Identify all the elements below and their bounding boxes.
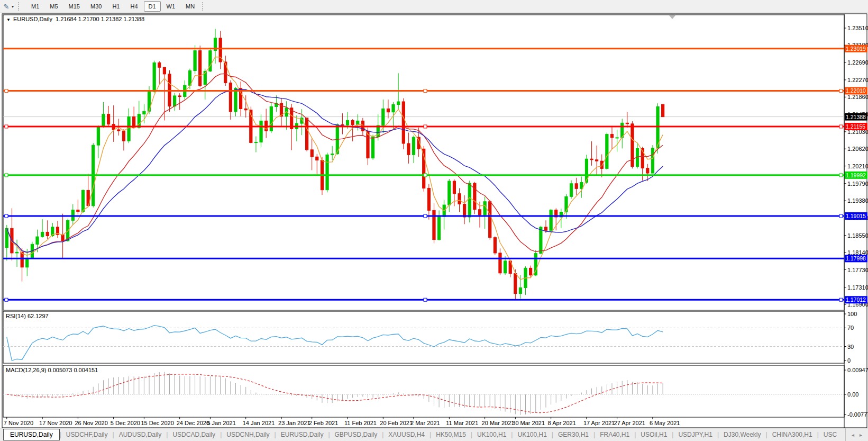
candle-body xyxy=(15,252,18,253)
candle-body xyxy=(229,83,232,111)
candle-body xyxy=(550,210,552,231)
price-axis-tick-label: 1.20210 xyxy=(847,163,868,169)
macd-indicator-label: MACD(12,26,9) 0.005073 0.004151 xyxy=(6,367,98,373)
candle-body xyxy=(473,183,476,210)
chart-tab-uk100-h1[interactable]: UK100,H1 xyxy=(513,429,551,440)
candle-body xyxy=(478,210,481,215)
chart-tab-xauusd-h4[interactable]: XAUUSD,H4 xyxy=(383,429,430,440)
macd-axis-label: 0.00 xyxy=(847,391,858,398)
date-axis-label: 23 Jan 2021 xyxy=(278,420,310,426)
candle-body xyxy=(36,237,39,244)
candle-body xyxy=(305,118,308,150)
candle-body xyxy=(102,114,105,127)
candle-body xyxy=(610,134,613,138)
candle-body xyxy=(158,63,161,68)
macd-axis-label: 0.009478 xyxy=(847,367,868,373)
candle-body xyxy=(448,181,451,205)
candle-body xyxy=(570,184,572,196)
candle-body xyxy=(188,71,191,86)
chart-tab-dj30-weekly[interactable]: DJ30,Weekly xyxy=(719,429,765,440)
collapse-triangle-icon[interactable]: ▼ xyxy=(6,17,11,22)
level-line-handle[interactable] xyxy=(839,214,843,218)
chart-symbol-label: EURUSD,Daily xyxy=(13,16,52,22)
chart-tab-usc[interactable]: USC xyxy=(819,429,842,440)
level-line-handle[interactable] xyxy=(5,89,8,92)
level-line-handle[interactable] xyxy=(839,89,843,92)
chart-tab-hk50-m15[interactable]: HK50,M15 xyxy=(431,429,471,440)
candle-body xyxy=(173,96,176,106)
candle-body xyxy=(153,63,156,92)
price-axis-tick-label: 1.22270 xyxy=(847,77,868,83)
chart-tab-usoil-h1[interactable]: USOil,H1 xyxy=(636,429,672,440)
price-axis-tick-label: 1.19790 xyxy=(847,181,868,187)
level-line-handle[interactable] xyxy=(424,89,427,92)
candle-body xyxy=(392,105,395,112)
candle-body xyxy=(616,138,618,138)
chart-canvas[interactable]: 1.235101.231001.226901.222701.218601.214… xyxy=(0,0,868,441)
level-line-handle[interactable] xyxy=(839,298,843,301)
level-line-handle[interactable] xyxy=(424,298,427,301)
candle-body xyxy=(77,210,79,212)
chart-tab-uk100-h1[interactable]: UK100,H1 xyxy=(472,429,511,440)
chart-tab-bar: EURUSD,Daily|USDCHF,Daily|AUDUSD,Daily|U… xyxy=(0,428,868,441)
rsi-axis-label: 30 xyxy=(847,344,854,350)
candle-body xyxy=(540,227,542,254)
chart-tab-fra40-h1[interactable]: FRA40,H1 xyxy=(595,429,634,440)
candle-body xyxy=(21,252,23,267)
date-axis-label: 2 Feb 2021 xyxy=(309,420,339,426)
level-line-handle[interactable] xyxy=(839,125,843,128)
candle-body xyxy=(387,109,389,112)
date-axis-label: 24 Dec 2020 xyxy=(177,420,209,426)
date-axis-label: 5 Jan 2021 xyxy=(207,420,235,426)
rsi-axis-label: 0 xyxy=(847,357,851,364)
chart-tab-usdjpy-h1[interactable]: USDJPY,H1 xyxy=(673,429,717,440)
level-line-handle[interactable] xyxy=(5,174,8,177)
chart-tab-gbpusd-daily[interactable]: GBPUSD,Daily xyxy=(330,429,382,440)
chart-tab-audusd-daily[interactable]: AUDUSD,Daily xyxy=(114,429,167,440)
date-axis-label: 6 May 2021 xyxy=(650,420,680,426)
candle-body xyxy=(544,227,547,230)
candle-body xyxy=(254,142,257,143)
current-price-badge-label: 1.21388 xyxy=(846,114,866,120)
chart-tab-ger30-h1[interactable]: GER30,H1 xyxy=(553,429,593,440)
candle-body xyxy=(397,102,400,105)
candle-body xyxy=(244,109,247,110)
date-axis-label: 26 Nov 2020 xyxy=(75,420,107,426)
chart-tab-usdcad-daily[interactable]: USDCAD,Daily xyxy=(168,429,220,440)
chart-tab-eurusd-daily[interactable]: EURUSD,Daily xyxy=(276,429,328,440)
candle-body xyxy=(326,155,328,190)
candle-body xyxy=(494,238,496,253)
candle-body xyxy=(514,274,517,294)
chart-tab-eurusd-daily[interactable]: EURUSD,Daily xyxy=(3,429,60,440)
candle-body xyxy=(519,287,522,293)
rsi-pane[interactable] xyxy=(3,311,844,363)
tab-scroll-right-icon[interactable]: ▸ xyxy=(857,431,865,439)
date-axis-label: 17 Nov 2020 xyxy=(39,420,72,426)
candle-body xyxy=(463,204,466,217)
price-axis-tick-label: 1.17310 xyxy=(847,284,868,291)
candle-body xyxy=(138,114,140,128)
price-axis-tick-label: 1.22690 xyxy=(847,59,868,66)
chart-tab-usdcnh-daily[interactable]: USDCNH,Daily xyxy=(222,429,274,440)
candle-body xyxy=(81,190,84,211)
tab-scroll-left-icon[interactable]: ◂ xyxy=(849,431,857,439)
chart-tab-china300-h1[interactable]: CHINA300,H1 xyxy=(768,429,817,440)
candle-body xyxy=(656,106,659,148)
level-line-handle[interactable] xyxy=(839,174,843,177)
level-price-badge-label: 1.17012 xyxy=(846,296,866,303)
level-line-handle[interactable] xyxy=(5,298,8,301)
candle-body xyxy=(260,121,262,142)
chart-tab-usdchf-daily[interactable]: USDCHF,Daily xyxy=(61,429,113,440)
level-line-handle[interactable] xyxy=(5,125,8,128)
level-line-handle[interactable] xyxy=(424,174,427,177)
candle-body xyxy=(316,157,318,160)
macd-axis-label: -0.007778 xyxy=(847,411,868,418)
level-line-handle[interactable] xyxy=(424,214,427,218)
candle-body xyxy=(346,121,349,125)
level-line-handle[interactable] xyxy=(424,125,427,128)
candle-body xyxy=(71,210,74,221)
price-axis-tick-label: 1.17730 xyxy=(847,267,868,273)
macd-pane[interactable] xyxy=(3,365,844,417)
candle-body xyxy=(662,104,664,116)
level-line-handle[interactable] xyxy=(5,214,8,218)
